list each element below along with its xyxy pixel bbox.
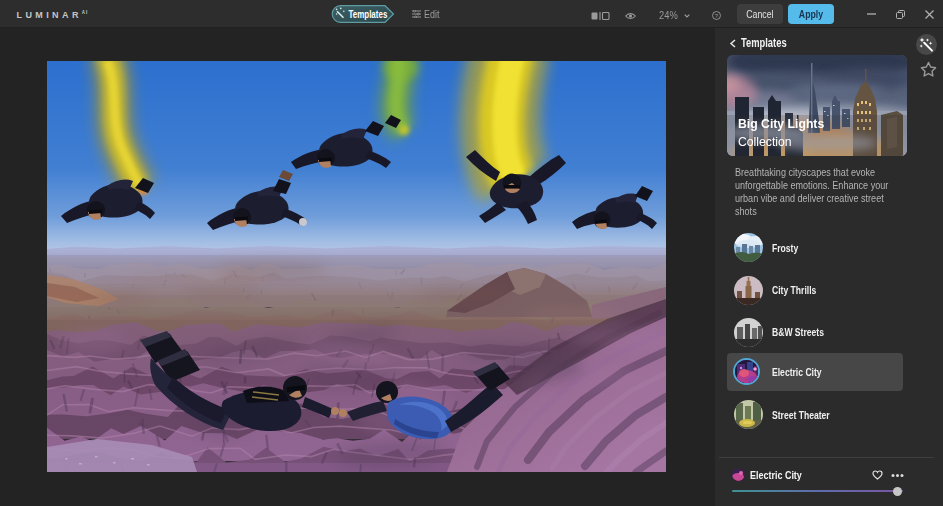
svg-text:?: ? [715,13,719,19]
svg-text:Templates: Templates [349,9,388,20]
